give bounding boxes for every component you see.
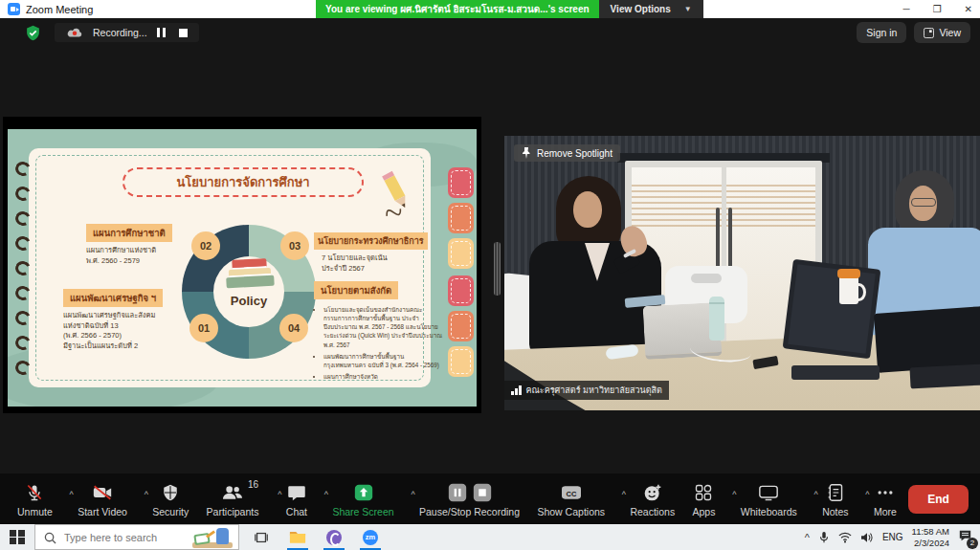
search-input[interactable]: [64, 532, 189, 543]
windows-taskbar: zm ^ ENG 11:58 AM 2/3/2024 2: [0, 524, 980, 550]
more-button[interactable]: More: [868, 480, 902, 517]
view-options-button[interactable]: View Options ▼: [599, 0, 703, 18]
search-icon: [44, 532, 56, 544]
security-shield-icon[interactable]: [25, 25, 41, 41]
view-options-label: View Options: [611, 4, 671, 14]
participant-name: คณะครุศาสตร์ มหาวิทยาลัยสวนดุสิต: [526, 384, 662, 397]
task-view-button[interactable]: [247, 524, 276, 550]
badge-03: 03: [280, 231, 309, 260]
language-indicator[interactable]: ENG: [882, 532, 903, 542]
chat-button[interactable]: Chat ^: [280, 480, 321, 517]
notes-label: Notes: [822, 506, 848, 517]
show-captions-button[interactable]: CC Show Captions ^: [531, 480, 618, 517]
view-button[interactable]: View: [914, 22, 970, 43]
stop-recording-icon[interactable]: [179, 29, 188, 37]
clock[interactable]: 11:58 AM 2/3/2024: [912, 526, 949, 549]
pause-recording-icon[interactable]: [157, 28, 166, 37]
power-strip: [791, 365, 880, 380]
more-dots-icon: [876, 483, 895, 502]
shared-screen-pane: นโยบายการจัดการศึกษา Policy 02 03: [3, 117, 481, 413]
restore-icon[interactable]: ❐: [933, 5, 942, 14]
search-promo-illustration: [190, 524, 234, 548]
zoom-taskbar-button[interactable]: zm: [356, 524, 385, 550]
view-label: View: [939, 27, 961, 38]
bullet-item: นโยบายและจุดเน้นของสำนักงานคณะกรรมการการ…: [323, 305, 444, 349]
meeting-content: Recording... Sign in View: [0, 18, 980, 473]
badge-04: 04: [279, 314, 308, 342]
volume-icon[interactable]: [860, 532, 874, 543]
zoom-taskbar-icon: zm: [363, 530, 378, 545]
notification-badge: 2: [967, 538, 978, 549]
participants-label: Participants: [207, 506, 259, 517]
file-explorer-icon: [289, 530, 306, 544]
zoom-meeting-window: Zoom Meeting ─ ❐ ✕ You are viewing ผศ.นิ…: [0, 0, 980, 550]
reactions-button[interactable]: Reactions: [624, 480, 680, 517]
share-screen-icon: [354, 483, 373, 502]
notes-button[interactable]: Notes ^: [816, 480, 861, 517]
participant-glasses: [911, 198, 936, 207]
security-button[interactable]: Security: [146, 480, 194, 517]
side-tab: [448, 311, 474, 341]
start-button[interactable]: [0, 524, 34, 550]
side-tab: [448, 167, 474, 198]
window-title: Zoom Meeting: [26, 4, 93, 15]
pin-icon: [522, 147, 531, 159]
sign-in-button[interactable]: Sign in: [857, 22, 906, 43]
participants-icon: [221, 483, 244, 502]
zoom-toolbar: Unmute ^ Start Video ^ Security 16 Parti…: [0, 473, 980, 524]
whiteboards-button[interactable]: Whiteboards ^: [735, 480, 811, 517]
start-video-button[interactable]: Start Video ^: [72, 480, 141, 517]
camera-off-icon: [92, 483, 113, 502]
tray-microphone-icon[interactable]: [818, 531, 830, 544]
microphone-muted-icon: [25, 483, 44, 502]
zoom-app-icon: [8, 3, 20, 15]
pane-resize-handle[interactable]: [494, 242, 501, 296]
slide-block-ministry-policy: นโยบายกระทรวงศึกษาธิการ 7 นโยบายและจุดเน…: [314, 231, 448, 274]
security-icon: [162, 483, 179, 502]
apps-button[interactable]: Apps ^: [687, 480, 729, 517]
side-tab: [448, 203, 474, 233]
taskbar-search[interactable]: [34, 524, 239, 550]
badge-01: 01: [189, 314, 218, 342]
remove-spotlight-label: Remove Spotlight: [537, 148, 612, 159]
recording-cluster: Recording...: [25, 23, 199, 42]
captions-icon: CC: [561, 483, 582, 502]
wifi-icon[interactable]: [838, 532, 852, 543]
keyboard: [909, 363, 980, 389]
badge-02: 02: [191, 231, 220, 260]
block-heading: แผนการศึกษาชาติ: [86, 224, 172, 242]
remove-spotlight-button[interactable]: Remove Spotlight: [514, 144, 620, 162]
block-body: แผนพัฒนาเศรษฐกิจและสังคม แห่งชาติฉบับที่…: [63, 311, 188, 351]
end-meeting-button[interactable]: End: [908, 485, 969, 514]
presenter-face: [573, 191, 602, 228]
block-body: 7 นโยบายและจุดเน้น ประจำปี 2567: [322, 253, 448, 274]
participants-button[interactable]: 16 Participants ^: [201, 480, 275, 517]
side-tab: [448, 346, 474, 377]
participants-count: 16: [248, 479, 258, 490]
show-captions-label: Show Captions: [537, 506, 605, 517]
tray-expand-chevron[interactable]: ^: [805, 532, 810, 543]
unmute-button[interactable]: Unmute ^: [11, 480, 66, 517]
slide-block-national-education-plan: แผนการศึกษาชาติ แผนการศึกษาแห่งชาติ พ.ศ.…: [86, 223, 172, 266]
cloud-recording-icon: [66, 27, 83, 38]
block-bullet-list: นโยบายและจุดเน้นของสำนักงานคณะกรรมการการ…: [323, 305, 444, 381]
laptop-screen: [783, 259, 881, 360]
spotlight-video-pane: Remove Spotlight คณะครุศาสตร์ มหาวิทยาลั…: [504, 136, 980, 410]
svg-text:CC: CC: [566, 490, 576, 498]
block-heading: นโยบายตามสังกัด: [314, 281, 398, 299]
bullet-item: แผนพัฒนาการศึกษาขั้นพื้นฐานกรุงเทพมหานคร…: [323, 352, 444, 369]
file-explorer-button[interactable]: [283, 524, 312, 550]
share-screen-button[interactable]: Share Screen ^: [326, 480, 407, 517]
reactions-label: Reactions: [630, 506, 675, 517]
stop-recording-icon: [473, 483, 492, 502]
pause-stop-recording-button[interactable]: Pause/Stop Recording: [413, 480, 525, 517]
minimize-icon[interactable]: ─: [903, 5, 910, 14]
header-actions: Sign in View: [857, 22, 970, 43]
block-body: แผนการศึกษาแห่งชาติ พ.ศ. 2560 - 2579: [86, 246, 172, 266]
bittorrent-button[interactable]: [320, 524, 348, 550]
close-icon[interactable]: ✕: [965, 5, 972, 14]
unmute-label: Unmute: [17, 506, 53, 517]
apps-label: Apps: [693, 506, 716, 517]
action-center-button[interactable]: 2: [958, 529, 972, 546]
slide-block-economic-plan: แผนพัฒนาเศรษฐกิจ ฯ แผนพัฒนาเศรษฐกิจและสั…: [63, 288, 188, 351]
